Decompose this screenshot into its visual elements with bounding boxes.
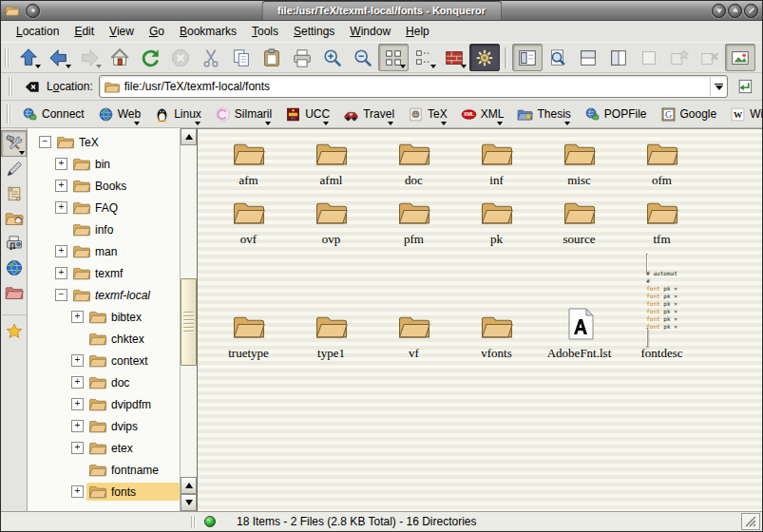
tree-item-info[interactable]: info: [28, 218, 180, 240]
print-button[interactable]: [287, 44, 317, 71]
location-input[interactable]: [121, 80, 710, 93]
menu-edit[interactable]: Edit: [67, 22, 102, 41]
sidebar-tab-configure[interactable]: [1, 130, 27, 157]
tree-item-texmf-local[interactable]: − texmf-local: [28, 284, 180, 306]
file-item-adobefnt-lst[interactable]: AdobeFnt.lst: [538, 307, 620, 361]
html-view-button[interactable]: [439, 44, 469, 71]
toolbar-grip[interactable]: [9, 77, 13, 96]
sidebar-tab-root-folder[interactable]: [2, 280, 26, 305]
bookmark-travel[interactable]: Travel: [336, 104, 401, 125]
sidebar-tab-services[interactable]: [2, 231, 26, 256]
tree-item-bibtex[interactable]: + bibtex: [28, 306, 180, 328]
resize-grip-icon[interactable]: [741, 513, 760, 530]
tree-expander[interactable]: +: [55, 267, 67, 279]
tree-item-texmf[interactable]: + texmf: [28, 262, 180, 284]
tree-expander[interactable]: +: [55, 158, 67, 170]
back-button[interactable]: [44, 44, 74, 71]
tree-item-doc[interactable]: + doc: [28, 371, 180, 393]
tree-item-faq[interactable]: + FAQ: [28, 197, 180, 218]
stop-button[interactable]: [165, 44, 196, 71]
paste-button[interactable]: [257, 44, 287, 71]
clear-location-icon[interactable]: [23, 78, 41, 96]
toolbar-grip[interactable]: [7, 104, 11, 124]
zoom-out-button[interactable]: [348, 44, 378, 71]
file-item-pfm[interactable]: pfm: [372, 198, 455, 247]
bookmark-tex[interactable]: TeX: [401, 104, 454, 125]
sidebar-tab-home-directory[interactable]: [2, 206, 26, 231]
scroll-thumb[interactable]: [181, 278, 197, 367]
tree-expander[interactable]: +: [71, 485, 84, 498]
file-item-type1[interactable]: type1: [290, 312, 372, 361]
bookmark-xml[interactable]: XML: [454, 104, 511, 125]
file-item-ofm[interactable]: ofm: [620, 139, 703, 188]
tree-expander[interactable]: +: [71, 420, 84, 432]
sidebar-tab-network[interactable]: [2, 256, 26, 280]
tree-item-etex[interactable]: + etex: [28, 437, 180, 459]
bookmark-ucc[interactable]: UCC: [278, 104, 336, 125]
statusbar-grip[interactable]: [191, 516, 197, 528]
close-view-button[interactable]: [695, 44, 725, 71]
menu-tools[interactable]: Tools: [244, 22, 286, 41]
tree-item-context[interactable]: + context: [28, 350, 180, 371]
bookmark-linux[interactable]: Linux: [147, 104, 208, 125]
bookmark-wikipedia[interactable]: Wikipedia: [723, 104, 763, 125]
sidebar-tab-annotate[interactable]: [2, 157, 26, 181]
file-item-tfm[interactable]: tfm: [620, 198, 703, 247]
find-file-button[interactable]: [543, 44, 573, 71]
bookmark-web[interactable]: Web: [91, 104, 147, 125]
titlebar[interactable]: file:/usr/TeX/texmf-local/fonts - Konque…: [1, 1, 762, 21]
menu-view[interactable]: View: [102, 22, 142, 41]
tree-expander[interactable]: +: [71, 442, 84, 454]
file-item-misc[interactable]: misc: [538, 139, 620, 188]
tree-expander[interactable]: +: [55, 245, 67, 257]
preview-button[interactable]: [725, 44, 755, 71]
close-button[interactable]: [744, 4, 758, 18]
toolbar-grip[interactable]: [5, 48, 10, 67]
sticky-button[interactable]: [26, 4, 40, 18]
list-view-button[interactable]: [409, 44, 439, 71]
file-item-inf[interactable]: inf: [455, 139, 538, 188]
file-item-afm[interactable]: afm: [207, 139, 290, 188]
menu-help[interactable]: Help: [398, 22, 437, 41]
split-view-left-right-button[interactable]: [603, 44, 634, 71]
tree-item-man[interactable]: + man: [28, 240, 180, 262]
file-icon-view[interactable]: afm afml doc inf misc ofm ovf ovp pfm pk…: [198, 128, 762, 511]
tree-expander[interactable]: +: [71, 398, 84, 410]
file-item-doc[interactable]: doc: [372, 139, 455, 188]
tree-item-fonts[interactable]: + fonts: [28, 481, 180, 503]
bookmark-google[interactable]: Google: [654, 104, 724, 125]
bookmark-thesis[interactable]: Thesis: [510, 104, 577, 125]
sidebar-tab-history[interactable]: [2, 181, 26, 206]
up-button[interactable]: [13, 44, 44, 71]
reload-button[interactable]: [135, 44, 165, 71]
copy-button[interactable]: [226, 44, 257, 71]
icon-view-button[interactable]: [378, 44, 409, 71]
file-item-truetype[interactable]: truetype: [207, 312, 290, 361]
tree-item-fontname[interactable]: fontname: [28, 459, 180, 481]
scroll-up-button[interactable]: [181, 128, 197, 145]
menu-go[interactable]: Go: [142, 22, 172, 41]
tree-expander[interactable]: +: [71, 376, 84, 389]
menu-window[interactable]: Window: [342, 22, 398, 41]
tree-item-chktex[interactable]: chktex: [28, 328, 180, 350]
tree-expander[interactable]: −: [39, 136, 51, 148]
forward-button[interactable]: [74, 44, 105, 71]
file-item-afml[interactable]: afml: [290, 139, 372, 188]
go-button[interactable]: [734, 75, 756, 98]
menu-settings[interactable]: Settings: [286, 22, 342, 41]
split-view-top-bottom-button[interactable]: [573, 44, 603, 71]
bookmark-popfile[interactable]: POPFile: [578, 104, 654, 125]
bookmark-connect[interactable]: Connect: [15, 104, 91, 125]
filter-button[interactable]: [755, 44, 763, 71]
tree-item-tex[interactable]: − TeX: [28, 131, 180, 153]
tree-expander[interactable]: +: [71, 311, 84, 323]
tree-item-dvips[interactable]: + dvips: [28, 415, 180, 437]
sidebar-tab-bookmarks[interactable]: [2, 314, 26, 344]
navigation-panel-button[interactable]: [512, 44, 543, 71]
tree-expander[interactable]: +: [71, 354, 84, 367]
home-button[interactable]: [105, 44, 135, 71]
zoom-in-button[interactable]: [317, 44, 348, 71]
file-item-vfonts[interactable]: vfonts: [455, 312, 538, 361]
gear-button[interactable]: [469, 44, 500, 71]
scroll-track[interactable]: [181, 145, 197, 477]
